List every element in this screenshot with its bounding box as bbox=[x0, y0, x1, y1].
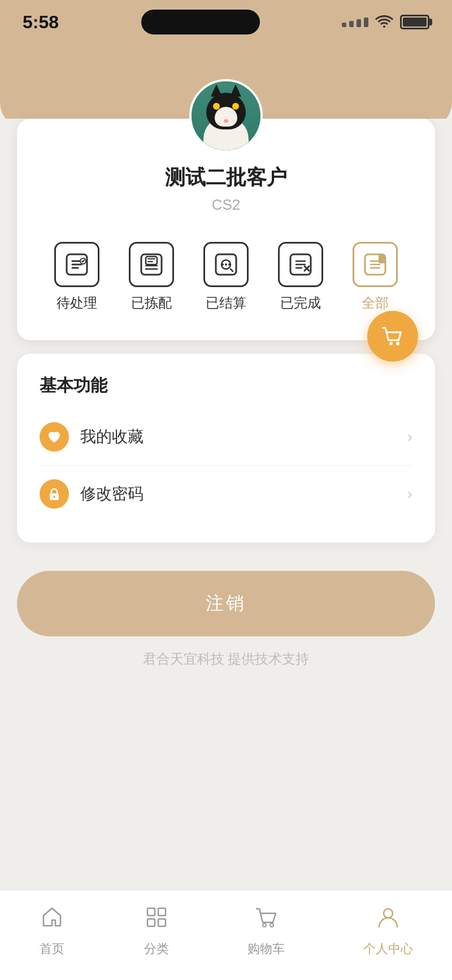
change-password-left: 修改密码 bbox=[40, 479, 144, 509]
profile-icon bbox=[375, 904, 401, 936]
favorites-label: 我的收藏 bbox=[80, 426, 144, 448]
cart-float-button[interactable] bbox=[367, 311, 418, 362]
svg-point-22 bbox=[263, 923, 266, 927]
picked-label: 已拣配 bbox=[131, 294, 172, 312]
pending-icon-box bbox=[54, 242, 99, 287]
favorites-chevron: › bbox=[407, 428, 412, 446]
favorites-left: 我的收藏 bbox=[40, 422, 144, 452]
svg-point-14 bbox=[389, 342, 393, 345]
svg-point-6 bbox=[221, 263, 224, 266]
status-bar: 5:58 bbox=[0, 0, 452, 40]
nav-home[interactable]: 首页 bbox=[39, 904, 65, 957]
nav-category[interactable]: 分类 bbox=[144, 904, 169, 957]
svg-point-24 bbox=[384, 909, 393, 918]
function-section-title: 基本功能 bbox=[40, 374, 412, 397]
svg-rect-19 bbox=[158, 908, 166, 916]
nav-profile[interactable]: 个人中心 bbox=[363, 904, 413, 957]
svg-rect-3 bbox=[146, 257, 157, 264]
completed-label: 已完成 bbox=[280, 294, 321, 312]
picked-icon-box bbox=[129, 242, 174, 287]
category-icon bbox=[144, 904, 169, 936]
favorites-item[interactable]: 我的收藏 › bbox=[40, 409, 412, 466]
profile-id: CS2 bbox=[40, 196, 412, 214]
order-status-all[interactable]: 全部 bbox=[353, 242, 398, 312]
svg-rect-20 bbox=[147, 919, 155, 926]
svg-rect-21 bbox=[158, 919, 166, 926]
nav-cart[interactable]: 购物车 bbox=[247, 904, 285, 957]
svg-rect-18 bbox=[147, 908, 155, 916]
dynamic-island bbox=[141, 10, 260, 34]
svg-point-23 bbox=[270, 923, 273, 927]
avatar-container bbox=[189, 79, 263, 153]
nav-profile-label: 个人中心 bbox=[363, 940, 413, 957]
wifi-icon bbox=[375, 13, 393, 32]
home-icon bbox=[39, 904, 65, 936]
status-time: 5:58 bbox=[23, 12, 59, 33]
order-status-picked[interactable]: 已拣配 bbox=[129, 242, 174, 312]
pending-label: 待处理 bbox=[56, 294, 97, 312]
status-indicators bbox=[342, 13, 429, 32]
svg-rect-13 bbox=[379, 254, 385, 263]
profile-card: 测试二批客户 CS2 待处理 bbox=[17, 119, 435, 340]
nav-cart-label: 购物车 bbox=[247, 940, 285, 957]
nav-home-label: 首页 bbox=[40, 940, 64, 957]
all-icon-box bbox=[353, 242, 398, 287]
profile-name: 测试二批客户 bbox=[40, 164, 412, 192]
svg-point-8 bbox=[228, 263, 231, 266]
lock-icon bbox=[40, 479, 69, 509]
all-label: 全部 bbox=[362, 294, 389, 312]
settled-label: 已结算 bbox=[206, 294, 246, 312]
svg-point-7 bbox=[225, 263, 227, 266]
completed-icon-box bbox=[278, 242, 323, 287]
change-password-item[interactable]: 修改密码 › bbox=[40, 466, 412, 522]
order-status-pending[interactable]: 待处理 bbox=[54, 242, 99, 312]
footer-text: 君合天宜科技 提供技术支持 bbox=[17, 650, 435, 668]
battery-icon bbox=[400, 15, 429, 29]
settled-icon-box bbox=[203, 242, 249, 287]
logout-button[interactable]: 注销 bbox=[17, 571, 435, 636]
order-status-completed[interactable]: 已完成 bbox=[278, 242, 323, 312]
cart-icon bbox=[253, 904, 279, 936]
order-status-row: 待处理 已拣配 bbox=[40, 236, 412, 318]
order-status-settled[interactable]: 已结算 bbox=[203, 242, 249, 312]
svg-point-17 bbox=[53, 496, 55, 498]
main-content: 测试二批客户 CS2 待处理 bbox=[0, 119, 452, 798]
change-password-chevron: › bbox=[407, 485, 412, 503]
signal-icon bbox=[342, 18, 368, 27]
bottom-nav: 首页 分类 购物车 个人中心 bbox=[0, 890, 452, 980]
avatar bbox=[189, 79, 263, 153]
svg-point-15 bbox=[396, 342, 399, 345]
heart-icon bbox=[40, 422, 69, 452]
function-card: 基本功能 我的收藏 › bbox=[17, 354, 435, 543]
nav-category-label: 分类 bbox=[144, 940, 169, 957]
change-password-label: 修改密码 bbox=[80, 483, 144, 505]
